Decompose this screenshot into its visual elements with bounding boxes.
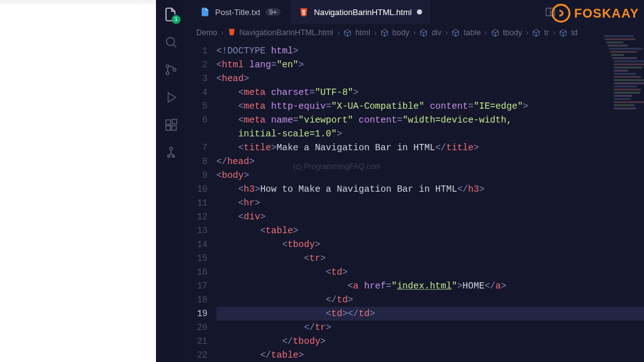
browser-blank-area xyxy=(0,0,156,362)
breadcrumb-segment[interactable]: tr xyxy=(544,28,549,37)
code-line[interactable]: <a href="index.html">HOME</a> xyxy=(216,279,644,293)
symbol-icon xyxy=(419,29,428,37)
code-line[interactable]: <meta name="viewport" content="width=dev… xyxy=(216,113,644,127)
chevron-right-icon: › xyxy=(413,28,416,37)
line-number: 15 xyxy=(186,251,208,265)
breadcrumb-segment[interactable]: NavigationBarinHTML.html xyxy=(240,28,333,37)
svg-rect-5 xyxy=(166,126,170,130)
svg-point-0 xyxy=(167,38,175,46)
code-line[interactable]: <td> xyxy=(216,265,644,279)
symbol-icon xyxy=(380,29,389,37)
breadcrumb-segment[interactable]: div xyxy=(431,28,441,37)
breadcrumb-segment[interactable]: table xyxy=(464,28,480,37)
line-number: 6 xyxy=(186,113,208,127)
line-number: 22 xyxy=(186,348,208,362)
chevron-right-icon: › xyxy=(374,28,377,37)
symbol-icon xyxy=(532,29,540,37)
chevron-right-icon: › xyxy=(484,28,487,37)
breadcrumb-segment[interactable]: td xyxy=(571,28,577,37)
code-line[interactable]: <meta http-equiv="X-UA-Compatible" conte… xyxy=(216,99,644,113)
editor-main: Post-Title.txt9+NavigationBarinHTML.html… xyxy=(186,0,644,362)
line-number: 14 xyxy=(186,238,208,251)
code-line[interactable]: </head> xyxy=(216,155,644,168)
explorer-badge: 1 xyxy=(172,15,180,24)
watermark-text: (c) ProgrammingFAQ.com xyxy=(293,162,380,171)
code-line[interactable]: <body> xyxy=(216,168,644,182)
tab-badge: 9+ xyxy=(265,8,281,16)
symbol-icon xyxy=(559,29,567,37)
line-number: 17 xyxy=(186,279,208,293)
search-icon[interactable] xyxy=(163,34,179,50)
code-line[interactable]: </td> xyxy=(216,293,644,307)
run-debug-icon[interactable] xyxy=(163,89,179,106)
editor-tab[interactable]: Post-Title.txt9+ xyxy=(191,0,290,24)
line-number: 2 xyxy=(186,58,208,72)
line-number: 13 xyxy=(186,224,208,238)
code-area[interactable]: 1234567891011121314151617181920212223 <!… xyxy=(186,41,644,362)
line-number: 8 xyxy=(186,155,208,168)
line-number: 1 xyxy=(186,44,208,58)
vscode-editor: 1 Post-Title.txt9+NavigationBarinHTML.ht… xyxy=(156,0,644,362)
line-number: 5 xyxy=(186,99,208,113)
symbol-icon xyxy=(343,29,352,37)
code-line[interactable]: <td></td> xyxy=(216,307,644,321)
code-line[interactable]: </table> xyxy=(216,348,644,362)
code-line[interactable]: <hr> xyxy=(216,196,644,210)
line-number: 12 xyxy=(186,210,208,224)
tab-label: NavigationBarinHTML.html xyxy=(314,8,411,17)
line-number xyxy=(186,127,208,141)
code-line[interactable]: <!DOCTYPE html> xyxy=(216,44,644,58)
line-number: 9 xyxy=(186,168,208,182)
git-graph-icon[interactable] xyxy=(163,145,179,161)
line-number: 4 xyxy=(186,85,208,99)
line-number: 10 xyxy=(186,182,208,196)
foskaay-logo: FOSKAAY xyxy=(552,4,639,23)
logo-mark-icon xyxy=(552,4,570,23)
chevron-right-icon: › xyxy=(445,28,448,37)
txt-file-icon xyxy=(200,7,210,17)
svg-point-8 xyxy=(170,147,173,150)
code-line[interactable]: initial-scale=1.0"> xyxy=(216,127,644,141)
line-number: 16 xyxy=(186,265,208,279)
breadcrumb-segment[interactable]: body xyxy=(392,28,409,37)
code-line[interactable]: </tr> xyxy=(216,321,644,334)
line-number: 11 xyxy=(186,196,208,210)
line-gutter: 1234567891011121314151617181920212223 xyxy=(186,41,216,362)
svg-rect-4 xyxy=(166,120,170,124)
chevron-right-icon: › xyxy=(337,28,340,37)
html-file-icon xyxy=(299,7,309,17)
svg-point-3 xyxy=(173,69,176,72)
line-number: 7 xyxy=(186,141,208,155)
activity-bar: 1 xyxy=(156,0,186,362)
line-number: 20 xyxy=(186,321,208,334)
chevron-right-icon: › xyxy=(221,28,223,37)
source-control-icon[interactable] xyxy=(163,62,179,78)
code-line[interactable]: <h3>How to Make a Navigation Bar in HTML… xyxy=(216,182,644,196)
code-line[interactable]: <meta charset="UTF-8"> xyxy=(216,85,644,99)
minimap[interactable] xyxy=(604,35,641,104)
symbol-icon xyxy=(491,29,499,37)
extensions-icon[interactable] xyxy=(163,117,179,133)
code-line[interactable]: <div> xyxy=(216,210,644,224)
chevron-right-icon: › xyxy=(526,28,528,37)
breadcrumb-segment[interactable]: Demo xyxy=(196,28,217,37)
chevron-right-icon: › xyxy=(553,28,555,37)
code-line[interactable]: <head> xyxy=(216,72,644,85)
code-line[interactable]: <html lang="en"> xyxy=(216,58,644,72)
editor-tab[interactable]: NavigationBarinHTML.html xyxy=(290,0,431,24)
line-number: 21 xyxy=(186,334,208,348)
code-line[interactable]: <table> xyxy=(216,224,644,238)
breadcrumb-segment[interactable]: html xyxy=(355,28,370,37)
explorer-icon[interactable]: 1 xyxy=(163,6,179,23)
line-number: 19 xyxy=(186,307,208,321)
symbol-icon xyxy=(452,29,460,37)
breadcrumb[interactable]: Demo›NavigationBarinHTML.html›html›body›… xyxy=(186,24,644,41)
code-line[interactable]: <tr> xyxy=(216,251,644,265)
code-line[interactable]: <title>Make a Navigation Bar in HTML</ti… xyxy=(216,141,644,155)
logo-text: FOSKAAY xyxy=(574,6,639,21)
code-line[interactable]: <tbody> xyxy=(216,238,644,251)
breadcrumb-segment[interactable]: tbody xyxy=(503,28,523,37)
line-number: 3 xyxy=(186,72,208,85)
code-line[interactable]: </tbody> xyxy=(216,334,644,348)
code-content[interactable]: <!DOCTYPE html><html lang="en"><head> <m… xyxy=(216,41,644,362)
